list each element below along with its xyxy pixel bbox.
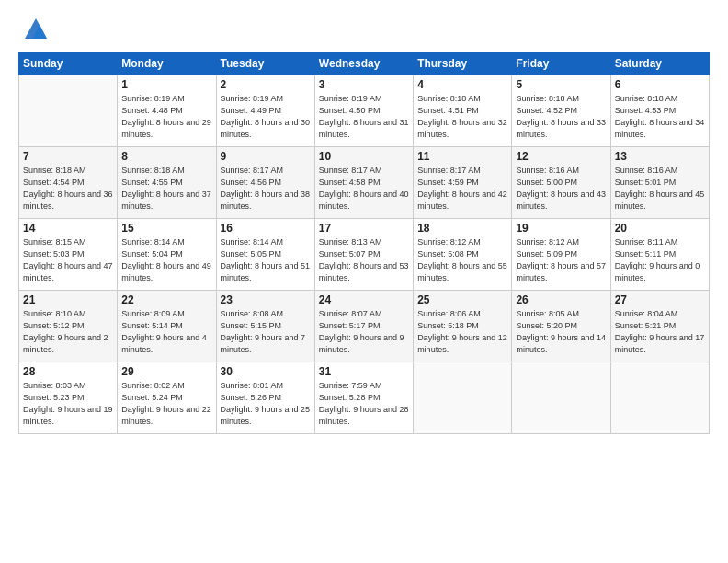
day-info: Sunrise: 8:08 AMSunset: 5:15 PMDaylight:… <box>221 309 306 354</box>
calendar-header-cell: Monday <box>118 52 216 75</box>
day-number: 8 <box>121 150 211 163</box>
calendar-day-cell: 20 Sunrise: 8:11 AMSunset: 5:11 PMDaylig… <box>610 219 709 291</box>
day-info: Sunrise: 8:18 AMSunset: 4:51 PMDaylight:… <box>417 94 507 139</box>
calendar-day-cell: 24 Sunrise: 8:07 AMSunset: 5:17 PMDaylig… <box>314 291 413 362</box>
calendar-header-cell: Sunday <box>19 52 118 75</box>
calendar-header-cell: Wednesday <box>314 52 413 75</box>
day-number: 3 <box>319 78 409 91</box>
calendar-day-cell: 11 Sunrise: 8:17 AMSunset: 4:59 PMDaylig… <box>414 147 512 219</box>
day-number: 16 <box>221 222 311 235</box>
calendar-day-cell: 29 Sunrise: 8:02 AMSunset: 5:24 PMDaylig… <box>118 362 216 434</box>
day-number: 18 <box>417 222 507 235</box>
day-number: 20 <box>615 222 705 235</box>
day-info: Sunrise: 8:18 AMSunset: 4:52 PMDaylight:… <box>516 94 606 139</box>
day-info: Sunrise: 8:14 AMSunset: 5:05 PMDaylight:… <box>221 237 311 282</box>
day-info: Sunrise: 8:10 AMSunset: 5:12 PMDaylight:… <box>23 309 108 354</box>
day-number: 1 <box>121 78 211 91</box>
day-number: 2 <box>221 78 311 91</box>
day-info: Sunrise: 8:19 AMSunset: 4:49 PMDaylight:… <box>221 94 311 139</box>
day-number: 23 <box>221 293 311 306</box>
calendar-day-cell <box>19 75 118 147</box>
calendar-header-cell: Tuesday <box>216 52 314 75</box>
day-number: 26 <box>516 293 606 306</box>
day-info: Sunrise: 8:17 AMSunset: 4:58 PMDaylight:… <box>319 166 409 211</box>
calendar-day-cell: 19 Sunrise: 8:12 AMSunset: 5:09 PMDaylig… <box>512 219 610 291</box>
calendar-day-cell: 6 Sunrise: 8:18 AMSunset: 4:53 PMDayligh… <box>610 75 709 147</box>
calendar-day-cell: 18 Sunrise: 8:12 AMSunset: 5:08 PMDaylig… <box>414 219 512 291</box>
day-number: 19 <box>516 222 606 235</box>
day-number: 14 <box>23 222 113 235</box>
day-number: 6 <box>615 78 705 91</box>
calendar-day-cell: 17 Sunrise: 8:13 AMSunset: 5:07 PMDaylig… <box>314 219 413 291</box>
calendar-week-row: 7 Sunrise: 8:18 AMSunset: 4:54 PMDayligh… <box>19 147 710 219</box>
day-number: 7 <box>23 150 113 163</box>
day-number: 29 <box>121 365 211 378</box>
day-info: Sunrise: 8:04 AMSunset: 5:21 PMDaylight:… <box>615 309 705 354</box>
calendar-day-cell <box>414 362 512 434</box>
day-info: Sunrise: 8:19 AMSunset: 4:48 PMDaylight:… <box>121 94 211 139</box>
day-number: 15 <box>121 222 211 235</box>
calendar-header-cell: Friday <box>512 52 610 75</box>
calendar-day-cell: 22 Sunrise: 8:09 AMSunset: 5:14 PMDaylig… <box>118 291 216 362</box>
day-number: 24 <box>319 293 409 306</box>
calendar-header-row: SundayMondayTuesdayWednesdayThursdayFrid… <box>19 52 710 75</box>
day-info: Sunrise: 8:12 AMSunset: 5:09 PMDaylight:… <box>516 237 606 282</box>
calendar-day-cell: 15 Sunrise: 8:14 AMSunset: 5:04 PMDaylig… <box>118 219 216 291</box>
day-number: 4 <box>417 78 507 91</box>
logo <box>18 17 49 42</box>
day-number: 31 <box>319 365 409 378</box>
logo-icon <box>23 17 49 42</box>
day-info: Sunrise: 8:05 AMSunset: 5:20 PMDaylight:… <box>516 309 606 354</box>
calendar-day-cell: 31 Sunrise: 7:59 AMSunset: 5:28 PMDaylig… <box>314 362 413 434</box>
day-number: 5 <box>516 78 606 91</box>
calendar-day-cell: 5 Sunrise: 8:18 AMSunset: 4:52 PMDayligh… <box>512 75 610 147</box>
day-number: 17 <box>319 222 409 235</box>
calendar-day-cell: 21 Sunrise: 8:10 AMSunset: 5:12 PMDaylig… <box>19 291 118 362</box>
calendar-header-cell: Thursday <box>414 52 512 75</box>
calendar-table: SundayMondayTuesdayWednesdayThursdayFrid… <box>18 52 710 434</box>
day-info: Sunrise: 8:13 AMSunset: 5:07 PMDaylight:… <box>319 237 409 282</box>
day-info: Sunrise: 8:03 AMSunset: 5:23 PMDaylight:… <box>23 381 113 426</box>
calendar-day-cell: 16 Sunrise: 8:14 AMSunset: 5:05 PMDaylig… <box>216 219 314 291</box>
calendar-week-row: 21 Sunrise: 8:10 AMSunset: 5:12 PMDaylig… <box>19 291 710 362</box>
day-number: 22 <box>121 293 211 306</box>
day-number: 21 <box>23 293 113 306</box>
calendar-day-cell: 10 Sunrise: 8:17 AMSunset: 4:58 PMDaylig… <box>314 147 413 219</box>
calendar-day-cell: 9 Sunrise: 8:17 AMSunset: 4:56 PMDayligh… <box>216 147 314 219</box>
day-info: Sunrise: 8:16 AMSunset: 5:01 PMDaylight:… <box>615 166 705 211</box>
day-info: Sunrise: 8:12 AMSunset: 5:08 PMDaylight:… <box>417 237 507 282</box>
calendar-body: 1 Sunrise: 8:19 AMSunset: 4:48 PMDayligh… <box>19 75 710 434</box>
calendar-day-cell: 13 Sunrise: 8:16 AMSunset: 5:01 PMDaylig… <box>610 147 709 219</box>
day-number: 13 <box>615 150 705 163</box>
day-info: Sunrise: 8:17 AMSunset: 4:56 PMDaylight:… <box>221 166 311 211</box>
calendar-day-cell <box>610 362 709 434</box>
day-info: Sunrise: 8:18 AMSunset: 4:54 PMDaylight:… <box>23 166 113 211</box>
day-info: Sunrise: 8:19 AMSunset: 4:50 PMDaylight:… <box>319 94 409 139</box>
day-info: Sunrise: 7:59 AMSunset: 5:28 PMDaylight:… <box>319 381 409 426</box>
day-number: 30 <box>221 365 311 378</box>
calendar-day-cell <box>512 362 610 434</box>
header <box>18 17 710 42</box>
day-info: Sunrise: 8:15 AMSunset: 5:03 PMDaylight:… <box>23 237 113 282</box>
day-number: 12 <box>516 150 606 163</box>
calendar-week-row: 14 Sunrise: 8:15 AMSunset: 5:03 PMDaylig… <box>19 219 710 291</box>
calendar-week-row: 1 Sunrise: 8:19 AMSunset: 4:48 PMDayligh… <box>19 75 710 147</box>
day-number: 9 <box>221 150 311 163</box>
calendar-day-cell: 27 Sunrise: 8:04 AMSunset: 5:21 PMDaylig… <box>610 291 709 362</box>
day-number: 27 <box>615 293 705 306</box>
calendar-day-cell: 4 Sunrise: 8:18 AMSunset: 4:51 PMDayligh… <box>414 75 512 147</box>
calendar-day-cell: 2 Sunrise: 8:19 AMSunset: 4:49 PMDayligh… <box>216 75 314 147</box>
calendar-day-cell: 26 Sunrise: 8:05 AMSunset: 5:20 PMDaylig… <box>512 291 610 362</box>
day-info: Sunrise: 8:07 AMSunset: 5:17 PMDaylight:… <box>319 309 404 354</box>
calendar-day-cell: 12 Sunrise: 8:16 AMSunset: 5:00 PMDaylig… <box>512 147 610 219</box>
calendar-day-cell: 7 Sunrise: 8:18 AMSunset: 4:54 PMDayligh… <box>19 147 118 219</box>
calendar-week-row: 28 Sunrise: 8:03 AMSunset: 5:23 PMDaylig… <box>19 362 710 434</box>
calendar-day-cell: 28 Sunrise: 8:03 AMSunset: 5:23 PMDaylig… <box>19 362 118 434</box>
day-info: Sunrise: 8:06 AMSunset: 5:18 PMDaylight:… <box>417 309 507 354</box>
calendar-day-cell: 23 Sunrise: 8:08 AMSunset: 5:15 PMDaylig… <box>216 291 314 362</box>
calendar-header-cell: Saturday <box>610 52 709 75</box>
calendar-day-cell: 30 Sunrise: 8:01 AMSunset: 5:26 PMDaylig… <box>216 362 314 434</box>
calendar-day-cell: 14 Sunrise: 8:15 AMSunset: 5:03 PMDaylig… <box>19 219 118 291</box>
day-number: 28 <box>23 365 113 378</box>
page: SundayMondayTuesdayWednesdayThursdayFrid… <box>0 0 728 563</box>
